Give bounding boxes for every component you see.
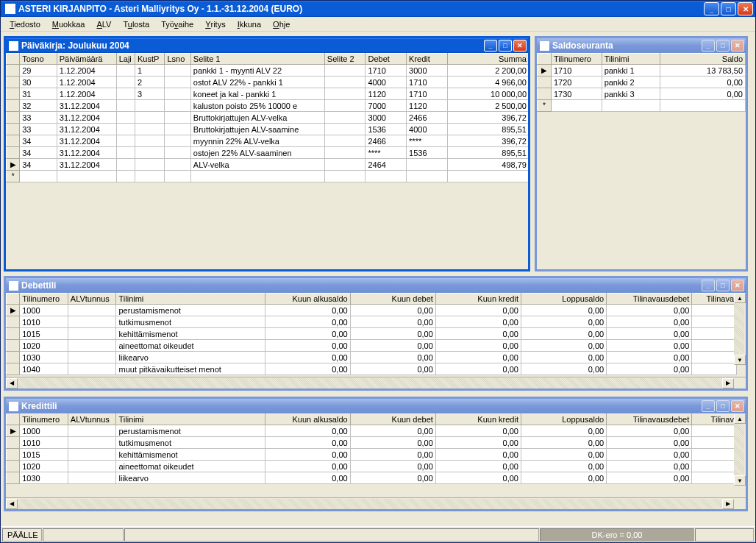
cell[interactable]: 1015 — [20, 328, 68, 340]
cell[interactable] — [116, 77, 135, 88]
cell[interactable]: 0,00 — [265, 425, 350, 437]
cell[interactable] — [324, 135, 365, 147]
minimize-button[interactable]: _ — [704, 2, 719, 15]
cell[interactable]: liikearvo — [116, 472, 265, 484]
cell[interactable] — [116, 88, 135, 100]
cell[interactable]: 0,00 — [435, 363, 521, 375]
cell[interactable]: 0,00 — [350, 340, 435, 352]
cell[interactable]: 31.12.2004 — [57, 124, 116, 135]
table-row[interactable]: 3431.12.2004myynnin 22% ALV-velka2466***… — [7, 135, 529, 147]
cell[interactable] — [660, 100, 745, 112]
cell[interactable]: 1710 — [552, 65, 602, 77]
cell[interactable] — [116, 112, 135, 124]
cell[interactable] — [68, 340, 116, 352]
kredit-scroll-h[interactable]: ◀ ▶ — [6, 497, 746, 509]
table-row[interactable]: 311.12.20043koneet ja kal - pankki 11120… — [7, 88, 529, 100]
cell[interactable] — [165, 100, 190, 112]
cell[interactable]: 0,00 — [435, 305, 521, 316]
cell[interactable]: ostot ALV 22% - pankki 1 — [190, 77, 324, 88]
cell[interactable]: 0,00 — [350, 472, 435, 484]
db-close-button[interactable]: ✕ — [731, 280, 744, 291]
cell[interactable] — [692, 305, 737, 316]
cell[interactable]: 1.12.2004 — [57, 77, 116, 88]
cell[interactable]: 396,72 — [447, 112, 528, 124]
cell[interactable]: 0,00 — [265, 461, 350, 472]
cell[interactable]: aineettomat oikeudet — [116, 340, 265, 352]
pk-minimize-button[interactable]: _ — [484, 40, 497, 52]
cell[interactable]: 31.12.2004 — [57, 135, 116, 147]
cell[interactable]: koneet ja kal - pankki 1 — [190, 88, 324, 100]
cell[interactable]: 4000 — [365, 77, 407, 88]
cell[interactable] — [692, 472, 737, 484]
cell[interactable] — [324, 171, 365, 182]
table-row[interactable]: ▶1000perustamismenot0,000,000,000,000,00 — [7, 305, 737, 316]
kredit-grid[interactable]: TilinumeroALVtunnusTilinimiKuun alkusald… — [6, 414, 746, 509]
cell[interactable]: 0,00 — [521, 363, 606, 375]
cell[interactable] — [692, 340, 737, 352]
cell[interactable] — [324, 147, 365, 159]
cell[interactable]: 0,00 — [607, 328, 692, 340]
cell[interactable]: 0,00 — [435, 472, 521, 484]
table-row[interactable]: 3231.12.2004kaluston poisto 25% 10000 e7… — [7, 100, 529, 112]
col-header[interactable]: Tilinavausdebet — [607, 414, 692, 425]
cell[interactable] — [57, 171, 116, 182]
cell[interactable] — [135, 147, 164, 159]
cell[interactable]: 0,00 — [607, 352, 692, 363]
cell[interactable] — [165, 112, 190, 124]
debet-scroll-h[interactable]: ◀ ▶ — [6, 377, 746, 388]
cell[interactable]: 31.12.2004 — [57, 159, 116, 171]
table-row[interactable]: 1720pankki 20,00 — [538, 77, 746, 88]
col-header[interactable]: Kuun kredit — [435, 294, 521, 305]
cell[interactable]: 0,00 — [607, 363, 692, 375]
cell[interactable]: perustamismenot — [116, 425, 265, 437]
cell[interactable]: kaluston poisto 25% 10000 e — [190, 100, 324, 112]
cell[interactable]: 0,00 — [435, 316, 521, 328]
debet-grid[interactable]: TilinumeroALVtunnusTilinimiKuun alkusald… — [6, 293, 746, 388]
cell[interactable]: 0,00 — [265, 472, 350, 484]
col-header[interactable]: Loppusaldo — [521, 294, 606, 305]
cell[interactable]: 1710 — [407, 77, 448, 88]
cell[interactable] — [447, 171, 528, 182]
cell[interactable] — [68, 472, 116, 484]
cell[interactable]: 1000 — [20, 425, 68, 437]
cell[interactable]: 895,51 — [447, 124, 528, 135]
cell[interactable]: 34 — [20, 135, 57, 147]
col-header[interactable]: Kuun debet — [350, 294, 435, 305]
cell[interactable] — [116, 124, 135, 135]
cell[interactable]: 0,00 — [265, 437, 350, 449]
cell[interactable]: 2466 — [407, 112, 448, 124]
cell[interactable]: kehittämismenot — [116, 449, 265, 461]
cell[interactable]: 4000 — [407, 124, 448, 135]
saldo-grid[interactable]: TilinumeroTilinimiSaldo▶1710pankki 113 7… — [537, 53, 746, 269]
cell[interactable]: 0,00 — [435, 425, 521, 437]
cell[interactable]: 0,00 — [607, 340, 692, 352]
cell[interactable]: 34 — [20, 159, 57, 171]
cell[interactable] — [692, 461, 737, 472]
cell[interactable]: pankki 2 — [602, 77, 660, 88]
cell[interactable] — [116, 65, 135, 77]
table-row[interactable]: * — [538, 100, 746, 112]
scroll-down-icon[interactable]: ▼ — [734, 355, 746, 365]
table-row[interactable]: 3331.12.2004Bruttokirjattujen ALV-velka3… — [7, 112, 529, 124]
menu-työvaihe[interactable]: Työvaihe — [155, 18, 199, 30]
cell[interactable]: 0,00 — [607, 305, 692, 316]
cell[interactable]: 31.12.2004 — [57, 147, 116, 159]
cell[interactable]: 0,00 — [350, 449, 435, 461]
cell[interactable]: 34 — [20, 147, 57, 159]
cell[interactable] — [68, 437, 116, 449]
cell[interactable]: 1120 — [365, 88, 407, 100]
cell[interactable] — [116, 100, 135, 112]
cell[interactable] — [135, 171, 164, 182]
cell[interactable]: Bruttokirjattujen ALV-velka — [190, 112, 324, 124]
scroll-up-icon[interactable]: ▲ — [734, 293, 746, 303]
table-row[interactable]: * — [7, 171, 529, 182]
cell[interactable]: 0,00 — [350, 328, 435, 340]
menu-muokkaa[interactable]: Muokkaa — [46, 18, 91, 30]
cell[interactable]: 0,00 — [265, 305, 350, 316]
cell[interactable]: 0,00 — [435, 328, 521, 340]
cell[interactable]: 0,00 — [265, 352, 350, 363]
col-header[interactable]: Tilinumero — [552, 54, 602, 65]
table-row[interactable]: 301.12.20042ostot ALV 22% - pankki 14000… — [7, 77, 529, 88]
cell[interactable]: perustamismenot — [116, 305, 265, 316]
cell[interactable]: ostojen 22% ALV-saaminen — [190, 147, 324, 159]
